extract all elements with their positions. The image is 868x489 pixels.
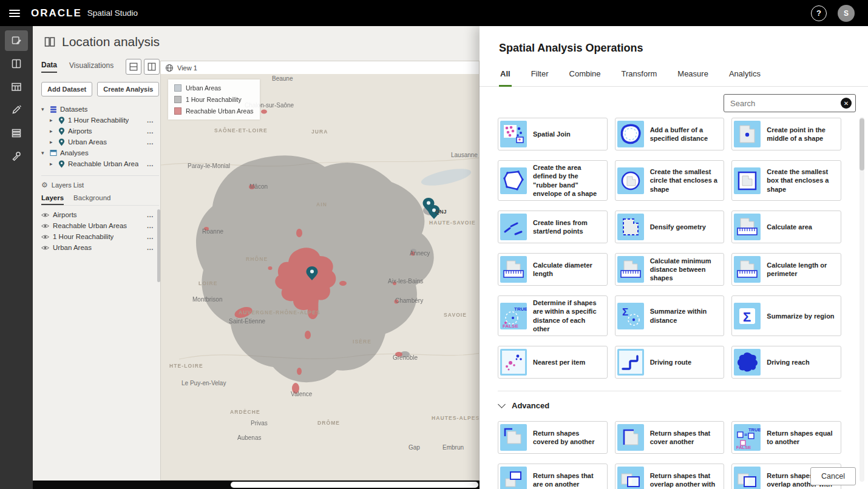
layer-label: Urban Areas [53, 244, 92, 251]
layer-row[interactable]: Reachable Urban Areas… [41, 220, 159, 231]
drawer-scrollbar[interactable] [860, 117, 864, 482]
sidebar-item-tools[interactable] [5, 146, 28, 166]
sigma-region-icon: Σ [734, 303, 761, 329]
operation-card[interactable]: Nearest per item [498, 346, 608, 379]
operation-card[interactable]: Driving route [615, 346, 725, 379]
operation-card-label: Create the smallest box that encloses a … [762, 165, 841, 196]
sidebar-item-projects[interactable] [5, 30, 28, 51]
operation-card[interactable]: Add a buffer of a specified distance [615, 118, 725, 150]
map-label: Roanne [202, 228, 223, 235]
split-vertical-button[interactable] [144, 59, 160, 75]
map-label: Paray-le-Monial [188, 163, 230, 169]
legend-label: Reachable Urban Areas [186, 107, 254, 115]
operation-card[interactable]: Return shapes that cover another [615, 421, 725, 454]
tab-combine[interactable]: Combine [568, 64, 602, 86]
search-input[interactable] [724, 94, 856, 112]
caret-right-icon[interactable]: ▸ [50, 117, 55, 123]
operation-card-label: Calculate diameter length [529, 258, 607, 281]
caret-right-icon[interactable]: ▸ [50, 161, 55, 167]
create-analysis-button[interactable]: Create Analysis [97, 82, 159, 96]
split-horizontal-button[interactable] [126, 59, 141, 75]
tab-filter[interactable]: Filter [530, 64, 550, 86]
hamburger-menu-icon[interactable] [9, 10, 20, 17]
caret-down-icon[interactable]: ▾ [41, 106, 47, 112]
map-label: Beaune [272, 75, 293, 82]
clear-search-icon[interactable]: ✕ [841, 98, 852, 109]
map-label: Lausanne [451, 152, 478, 158]
drawer-scrollbar-thumb[interactable] [860, 118, 864, 170]
operation-card[interactable]: TRUE=FALSEReturn shapes equal to another [731, 421, 841, 454]
sidebar-item-visualizations[interactable] [5, 53, 28, 74]
tab-analytics[interactable]: Analytics [728, 64, 762, 86]
operation-card[interactable]: Return shapes that are on another [498, 464, 608, 489]
legend-swatch [174, 96, 181, 103]
location-pin-icon [58, 160, 65, 168]
more-actions[interactable]: … [147, 116, 160, 124]
sidebar-item-datasets[interactable] [5, 76, 28, 97]
tree-item[interactable]: ▸Urban Areas… [50, 137, 159, 147]
operation-card[interactable]: Create the area defined by the "rubber b… [498, 160, 608, 201]
tree-section-analyses[interactable]: ▾ Analyses [41, 147, 159, 158]
operation-card[interactable]: Calculate minimum distance between shape… [615, 253, 725, 286]
svg-text:Σ: Σ [622, 306, 628, 318]
operation-card-label: Create lines from start/end points [529, 216, 607, 238]
operation-card[interactable]: Spatial Join [498, 118, 608, 150]
more-actions[interactable]: … [147, 127, 160, 135]
tab-measure[interactable]: Measure [676, 64, 710, 86]
caret-right-icon[interactable]: ▸ [50, 139, 55, 145]
operation-card[interactable]: Return shapes that overlap another with [615, 464, 725, 489]
panes-icon [11, 58, 22, 69]
caret-right-icon[interactable]: ▸ [50, 128, 55, 134]
operation-card[interactable]: Calculate diameter length [498, 253, 608, 286]
operation-card[interactable]: Create lines from start/end points [498, 211, 608, 243]
overlap-icon [617, 467, 644, 489]
map-label: HTE-LOIRE [169, 363, 203, 369]
more-actions[interactable]: … [147, 138, 160, 146]
avatar[interactable]: S [838, 5, 855, 22]
operation-card[interactable]: Return shapes covered by another [498, 421, 608, 454]
caret-down-icon[interactable]: ▾ [41, 150, 47, 156]
operation-card[interactable]: Driving reach [731, 346, 841, 379]
map-label: QNJ [435, 209, 447, 215]
gear-icon[interactable]: ⚙ [41, 181, 48, 189]
operation-card[interactable]: Create the smallest box that encloses a … [731, 160, 841, 201]
operation-card[interactable]: Create the smallest circle that encloses… [615, 160, 725, 201]
tree-item[interactable]: ▸Airports… [50, 126, 159, 137]
true-false-icon: TRUEFALSE [500, 303, 527, 329]
pen-icon [11, 104, 22, 115]
operation-card[interactable]: ΣSummarize within distance [615, 295, 725, 336]
operation-card[interactable]: Calculate area [731, 211, 841, 243]
tab-background[interactable]: Background [73, 194, 110, 205]
help-icon[interactable]: ? [811, 5, 827, 21]
search-box: ✕ [724, 94, 856, 112]
tab-transform[interactable]: Transform [620, 64, 659, 86]
list-icon [11, 127, 22, 138]
operations-scroll-area[interactable]: Spatial JoinAdd a buffer of a specified … [480, 115, 868, 489]
operation-card-label: Driving reach [762, 356, 814, 369]
operation-card[interactable]: Calculate length or perimeter [731, 253, 841, 286]
operation-card[interactable]: TRUEFALSEDetermine if shapes are within … [498, 295, 608, 336]
tab-all[interactable]: All [499, 64, 512, 86]
sidebar-item-create[interactable] [5, 99, 28, 120]
layer-row[interactable]: 1 Hour Reachability… [41, 231, 159, 242]
sidebar-item-connections[interactable] [5, 123, 28, 143]
cancel-button[interactable]: Cancel [810, 467, 856, 485]
svg-text:FALSE: FALSE [503, 323, 518, 329]
advanced-section-toggle[interactable]: Advanced [498, 391, 841, 411]
operation-card[interactable]: Create point in the middle of a shape [731, 118, 841, 150]
tab-layers[interactable]: Layers [41, 194, 64, 205]
operation-card[interactable]: ΣSummarize by region [731, 295, 841, 336]
layer-row[interactable]: Airports… [41, 209, 159, 220]
layer-row[interactable]: Urban Areas… [41, 242, 159, 253]
tab-visualizations[interactable]: Visualizations [69, 61, 114, 72]
tree-item[interactable]: ▸1 Hour Reachability… [50, 115, 159, 126]
operation-card[interactable]: Densify geometry [615, 211, 725, 243]
tab-data[interactable]: Data [41, 61, 57, 73]
tree-section-datasets[interactable]: ▾ Datasets [41, 104, 159, 115]
map-canvas[interactable]: BeauneChalon-sur-SaôneSAÔNE-ET-LOIREJURA… [161, 74, 479, 480]
map-view[interactable]: View 1 Urban Areas1 Hour ReachabilityRea… [160, 61, 480, 481]
add-dataset-button[interactable]: Add Dataset [41, 82, 92, 96]
more-actions[interactable]: … [147, 160, 160, 167]
svg-text:Σ: Σ [743, 309, 751, 325]
tree-item[interactable]: ▸Reachable Urban Area… [50, 158, 159, 169]
